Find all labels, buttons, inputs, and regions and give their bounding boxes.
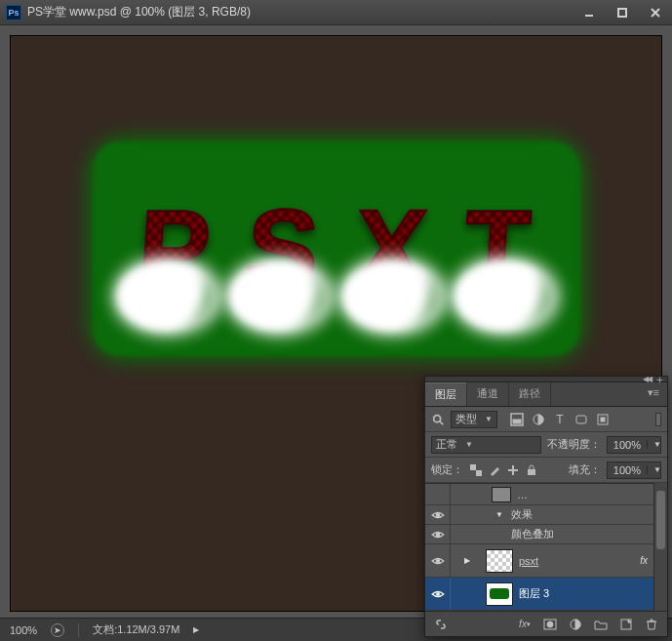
blend-mode-dropdown[interactable]: 正常 ▼: [431, 436, 541, 454]
layer-thumb[interactable]: [492, 487, 511, 502]
search-icon[interactable]: [431, 413, 445, 426]
artwork: P S X T: [93, 141, 580, 356]
lock-pixels-icon[interactable]: [488, 463, 501, 477]
svg-rect-11: [601, 418, 605, 421]
blend-opacity-row: 正常 ▼ 不透明度： 100% ▼: [425, 432, 667, 458]
snow-row: [93, 260, 580, 333]
close-button[interactable]: [639, 0, 672, 24]
filter-kind-dropdown[interactable]: 类型 ▼: [451, 411, 497, 428]
opacity-label: 不透明度：: [547, 437, 601, 452]
layer-list-scrollbar[interactable]: [653, 483, 667, 611]
svg-rect-7: [513, 420, 521, 423]
filter-smart-icon[interactable]: [595, 412, 611, 427]
visibility-toggle[interactable]: [425, 578, 451, 610]
window-title: PS学堂 www.psd @ 100% (图层 3, RGB/8): [27, 4, 573, 20]
app-icon: Ps: [6, 5, 21, 20]
svg-rect-14: [528, 469, 535, 475]
delete-layer-icon[interactable]: [644, 617, 659, 632]
status-info-icon[interactable]: ➤: [51, 623, 64, 637]
svg-point-20: [547, 621, 553, 627]
layer-row-layer3[interactable]: ▶ 图层 3: [425, 578, 667, 611]
status-menu-arrow-icon[interactable]: ▶: [193, 625, 199, 634]
svg-point-18: [436, 592, 439, 595]
scrollbar-thumb[interactable]: [656, 491, 665, 549]
tab-layers[interactable]: 图层: [425, 382, 467, 406]
layer-list[interactable]: … ▼ 效果 颜色叠加 ▶ psxt fx ˄: [425, 483, 667, 611]
svg-rect-1: [618, 9, 626, 17]
layers-panel: ◀◀ ✕ 图层 通道 路径 ▾≡ 类型 ▼ T 正常 ▼ 不透明度：: [424, 376, 668, 637]
disclosure-triangle-icon[interactable]: ▶: [464, 556, 476, 565]
lock-transparent-icon[interactable]: [469, 463, 483, 477]
tab-channels[interactable]: 通道: [467, 382, 509, 406]
layer-list-wrap: … ▼ 效果 颜色叠加 ▶ psxt fx ˄: [425, 483, 667, 611]
zoom-level[interactable]: 100%: [10, 624, 37, 636]
chevron-down-icon: ▼: [485, 415, 493, 423]
svg-line-5: [440, 421, 444, 424]
adjustment-layer-icon[interactable]: [568, 617, 583, 632]
filter-icons: T: [509, 412, 611, 427]
svg-point-17: [436, 559, 439, 562]
panel-menu-icon[interactable]: ▾≡: [640, 382, 667, 406]
chevron-down-icon: ▼: [465, 440, 473, 449]
lock-all-icon[interactable]: [525, 463, 538, 477]
fill-label: 填充：: [569, 462, 601, 477]
visibility-toggle[interactable]: [425, 525, 451, 543]
layer-filter-row: 类型 ▼ T: [425, 407, 667, 432]
effect-item-row[interactable]: 颜色叠加: [425, 525, 667, 544]
effects-row[interactable]: ▼ 效果: [425, 505, 667, 525]
layer-style-icon[interactable]: fx▾: [517, 617, 533, 632]
filter-adjust-icon[interactable]: [531, 412, 546, 427]
disclosure-triangle-icon[interactable]: ▼: [495, 510, 507, 519]
chevron-down-icon[interactable]: ▼: [647, 465, 660, 474]
panel-footer: fx▾: [425, 611, 667, 636]
visibility-toggle[interactable]: [425, 544, 451, 577]
filter-kind-label: 类型: [455, 412, 477, 426]
snow-blob: [116, 260, 218, 333]
chevron-down-icon[interactable]: ▼: [647, 440, 660, 449]
svg-point-15: [436, 513, 439, 516]
layer-row-psxt[interactable]: ▶ psxt fx ˄: [425, 544, 667, 578]
layer-name-psxt[interactable]: psxt: [519, 555, 640, 567]
lock-position-icon[interactable]: [506, 463, 520, 477]
layer-thumb[interactable]: [486, 582, 513, 606]
svg-point-16: [436, 533, 439, 536]
layer-thumb[interactable]: [486, 549, 513, 573]
title-bar: Ps PS学堂 www.psd @ 100% (图层 3, RGB/8): [0, 0, 672, 25]
panel-tabs: 图层 通道 路径 ▾≡: [425, 382, 667, 407]
lock-label: 锁定：: [431, 462, 463, 477]
effect-color-overlay: 颜色叠加: [511, 527, 667, 541]
layer-partial-name: …: [517, 489, 667, 501]
snow-blob: [228, 260, 331, 333]
layer-mask-icon[interactable]: [542, 617, 558, 632]
lock-icons: [469, 463, 538, 477]
link-layers-icon[interactable]: [433, 617, 449, 632]
group-icon[interactable]: [593, 617, 609, 632]
fx-badge[interactable]: fx: [640, 555, 648, 566]
filter-shape-icon[interactable]: [573, 412, 589, 427]
fill-input[interactable]: 100% ▼: [607, 461, 661, 479]
maximize-button[interactable]: [606, 0, 639, 24]
doc-size[interactable]: 文档:1.12M/3.97M: [93, 622, 179, 637]
minimize-button[interactable]: [573, 0, 606, 24]
tab-paths[interactable]: 路径: [509, 382, 551, 406]
filter-type-icon[interactable]: T: [552, 412, 568, 427]
filter-toggle-switch[interactable]: [655, 413, 661, 426]
visibility-toggle[interactable]: [425, 505, 451, 524]
svg-point-4: [434, 415, 441, 421]
fill-value: 100%: [608, 464, 647, 476]
svg-rect-12: [470, 464, 476, 470]
layer-row[interactable]: …: [425, 484, 667, 505]
svg-rect-9: [576, 416, 586, 423]
lock-fill-row: 锁定： 填充： 100% ▼: [425, 458, 667, 483]
layer-effects-label: 效果: [511, 507, 667, 522]
opacity-input[interactable]: 100% ▼: [607, 436, 661, 454]
opacity-value: 100%: [608, 439, 647, 451]
blend-mode-value: 正常: [436, 437, 457, 452]
new-layer-icon[interactable]: [618, 617, 634, 632]
visibility-toggle[interactable]: [425, 484, 451, 504]
snow-blob: [454, 260, 556, 333]
separator: [78, 623, 79, 637]
filter-pixel-icon[interactable]: [509, 412, 525, 427]
svg-rect-13: [476, 470, 482, 476]
layer-name-layer3[interactable]: 图层 3: [519, 586, 667, 601]
